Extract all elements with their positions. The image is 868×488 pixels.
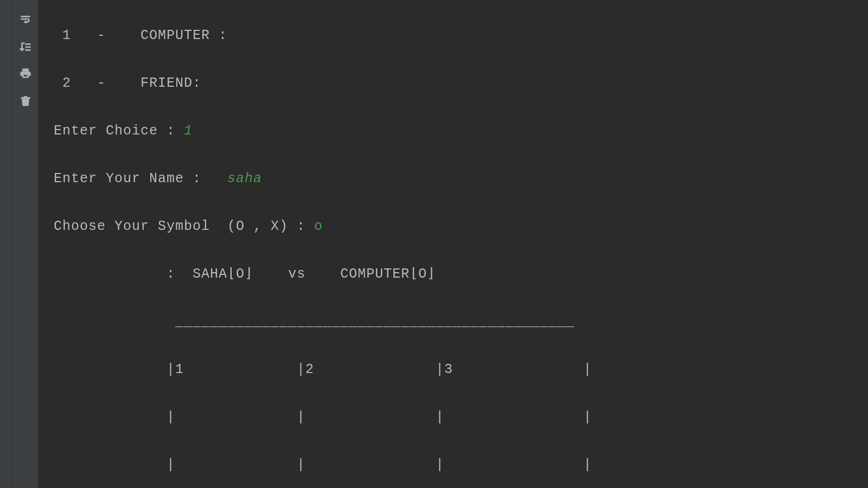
soft-wrap-button[interactable] — [15, 10, 36, 31]
choice-line: Enter Choice : 1 — [54, 119, 868, 143]
scroll-to-end-icon — [20, 41, 31, 55]
clear-button[interactable] — [15, 91, 36, 113]
print-icon — [20, 68, 31, 82]
board-row-1: |1 |2 |3 | — [54, 358, 868, 382]
menu-line-1: 1 - COMPUTER : — [54, 24, 868, 48]
print-button[interactable] — [15, 64, 36, 86]
match-header: : SAHA⌊O⌋ vs COMPUTER⌊O⌋ — [54, 262, 868, 286]
symbol-input: o — [314, 219, 323, 234]
name-input: saha — [227, 171, 262, 187]
choice-input: 1 — [184, 123, 193, 139]
menu-line-2: 2 - FRIEND: — [54, 72, 868, 95]
board-blank: | | | | — [54, 406, 868, 429]
trash-icon — [20, 95, 31, 110]
console-output[interactable]: 1 - COMPUTER : 2 - FRIEND: Enter Choice … — [39, 0, 868, 488]
tool-gutter — [12, 0, 39, 488]
board-blank: | | | | — [54, 453, 868, 477]
scroll-to-end-button[interactable] — [15, 37, 36, 59]
soft-wrap-icon — [20, 14, 31, 28]
symbol-line: Choose Your Symbol (O , X) : o — [54, 215, 868, 239]
name-line: Enter Your Name : saha — [54, 167, 868, 191]
board-top: ________________________________________… — [54, 310, 868, 334]
gutter-strip — [0, 0, 12, 488]
